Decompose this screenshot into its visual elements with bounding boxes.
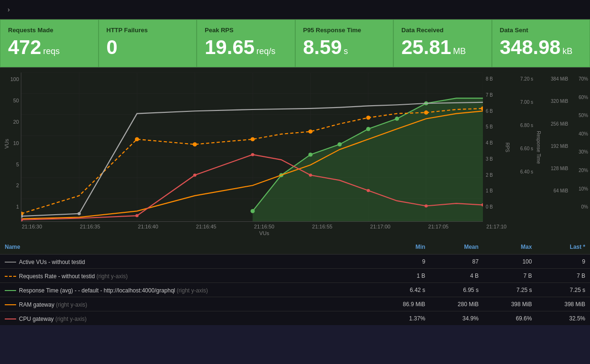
metrics-row: Requests Made472reqsHTTP Failures0Peak R… — [0, 19, 590, 68]
legend-name-response: Response Time (avg) - - default - http:/… — [0, 283, 374, 297]
legend-header: Name Min Mean Max Last * — [0, 240, 590, 255]
legend-min-ram: 86.9 MiB — [374, 297, 430, 311]
legend-last-response: 7.25 s — [536, 283, 590, 297]
legend-row-cpu: CPU gateway (right y-axis) 1.37% 34.9% 6… — [0, 311, 590, 326]
col-name: Name — [0, 240, 374, 255]
svg-point-19 — [309, 153, 313, 157]
svg-point-26 — [193, 142, 197, 146]
metric-unit-2: req/s — [256, 47, 275, 56]
svg-point-36 — [193, 173, 197, 176]
svg-point-37 — [251, 153, 254, 156]
x-axis-title: VUs — [0, 229, 590, 238]
metric-unit-0: reqs — [43, 47, 60, 56]
y-axis-ram: 384 MiB 320 MiB 256 MiB 192 MiB 128 MiB … — [542, 73, 569, 222]
metric-value-1: 0 — [107, 36, 189, 58]
col-last: Last * — [536, 240, 590, 255]
chevron-icon: › — [8, 6, 10, 13]
col-min: Min — [374, 240, 430, 255]
metric-card-1: HTTP Failures0 — [99, 19, 197, 67]
legend-mean-response: 6.95 s — [430, 283, 483, 297]
legend-min-cpu: 1.37% — [374, 311, 430, 326]
legend-max-response: 7.25 s — [483, 283, 537, 297]
svg-point-25 — [135, 137, 139, 142]
metric-unit-4: MB — [453, 47, 466, 56]
svg-point-38 — [309, 173, 312, 176]
legend-last-vus: 9 — [536, 255, 590, 269]
legend-mean-ram: 280 MiB — [430, 297, 483, 311]
rps-label-container: RPS — [504, 73, 510, 222]
y-axis-left-label: VUs — [4, 139, 9, 149]
metric-value-3: 8.59s — [303, 36, 386, 58]
svg-point-28 — [309, 129, 313, 134]
y-axis-left: 100 50 20 10 5 2 1 — [0, 73, 21, 222]
chart-body — [21, 73, 483, 222]
legend-row-response: Response Time (avg) - - default - http:/… — [0, 283, 590, 297]
metric-value-0: 472reqs — [8, 36, 91, 58]
legend-max-cpu: 69.6% — [483, 311, 537, 326]
response-axis-label: Response Time — [536, 131, 541, 164]
header: › — [0, 0, 590, 19]
col-mean: Mean — [430, 240, 483, 255]
legend-name-vus: Active VUs - without testid — [0, 255, 374, 269]
ram-line-indicator — [5, 304, 16, 305]
legend-last-rps: 7 B — [536, 269, 590, 283]
svg-point-39 — [367, 189, 370, 192]
svg-point-40 — [425, 204, 428, 207]
svg-point-17 — [251, 209, 255, 213]
legend-name-ram: RAM gateway (right y-axis) — [0, 297, 374, 311]
svg-point-30 — [424, 110, 428, 115]
metric-value-2: 19.65req/s — [205, 36, 287, 58]
legend-max-vus: 100 — [483, 255, 537, 269]
y-axis-response: 7.20 s 7.00 s 6.80 s 6.60 s 6.40 s — [510, 73, 535, 222]
legend-max-ram: 398 MiB — [483, 297, 537, 311]
legend-row-rps: Requests Rate - without testid (right y-… — [0, 269, 590, 283]
rps-line-indicator — [5, 276, 16, 277]
metric-value-5: 348.98kB — [500, 36, 582, 58]
metric-card-4: Data Received25.81MB — [393, 19, 492, 67]
response-label-container: Response Time — [535, 73, 542, 222]
legend-name-cpu: CPU gateway (right y-axis) — [0, 311, 374, 326]
y-axis-cpu: 70% 60% 50% 40% 30% 20% 10% 0% — [569, 73, 590, 222]
svg-point-20 — [337, 142, 342, 146]
metric-label-5: Data Sent — [500, 27, 582, 34]
metric-label-2: Peak RPS — [205, 27, 287, 34]
svg-point-22 — [395, 117, 399, 121]
metric-label-1: HTTP Failures — [107, 27, 189, 34]
legend-name-rps: Requests Rate - without testid (right y-… — [0, 269, 374, 283]
metric-value-4: 25.81MB — [401, 36, 484, 58]
legend-last-ram: 398 MiB — [536, 297, 590, 311]
legend-body: Active VUs - without testid 9 87 100 9 R… — [0, 255, 590, 326]
svg-point-35 — [136, 214, 139, 217]
rps-axis-label: RPS — [505, 142, 510, 152]
y-axis-rps: 8 B 7 B 6 B 5 B 4 B 3 B 2 B 1 B 0 B — [483, 73, 504, 222]
legend-min-rps: 1 B — [374, 269, 430, 283]
legend-mean-vus: 87 — [430, 255, 483, 269]
legend-min-response: 6.42 s — [374, 283, 430, 297]
metric-card-2: Peak RPS19.65req/s — [197, 19, 295, 67]
metric-label-3: P95 Response Time — [303, 27, 386, 34]
legend-min-vus: 9 — [374, 255, 430, 269]
legend-last-cpu: 32.5% — [536, 311, 590, 326]
svg-point-29 — [366, 116, 371, 120]
chart-svg — [21, 73, 483, 221]
svg-point-21 — [366, 127, 371, 131]
metric-label-0: Requests Made — [8, 27, 91, 34]
legend-row-vus: Active VUs - without testid 9 87 100 9 — [0, 255, 590, 269]
chart-wrapper: VUs 100 50 20 10 5 2 1 — [0, 73, 590, 238]
metric-card-5: Data Sent348.98kB — [492, 19, 590, 67]
svg-point-27 — [251, 137, 255, 142]
col-max: Max — [483, 240, 537, 255]
x-axis-labels: 21:16:30 21:16:35 21:16:40 21:16:45 21:1… — [0, 222, 590, 229]
legend-mean-rps: 4 B — [430, 269, 483, 283]
chart-area: VUs 100 50 20 10 5 2 1 — [0, 68, 590, 325]
legend-mean-cpu: 34.9% — [430, 311, 483, 326]
cpu-line-indicator — [5, 318, 16, 319]
vus-line-indicator — [5, 262, 16, 263]
metric-unit-3: s — [344, 47, 348, 56]
legend-max-rps: 7 B — [483, 269, 537, 283]
metric-card-0: Requests Made472reqs — [0, 19, 99, 67]
metric-unit-5: kB — [563, 47, 572, 56]
metric-label-4: Data Received — [401, 27, 484, 34]
response-line-indicator — [5, 290, 16, 291]
metric-card-3: P95 Response Time8.59s — [295, 19, 394, 67]
